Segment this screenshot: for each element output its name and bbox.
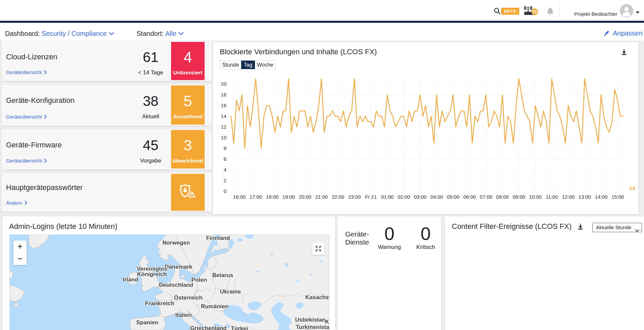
svg-text:06:00: 06:00	[463, 194, 476, 200]
svg-text:02:00: 02:00	[397, 194, 410, 200]
svg-text:13:00: 13:00	[579, 194, 591, 200]
svg-text:17:00: 17:00	[250, 194, 262, 200]
svg-text:8: 8	[224, 145, 226, 151]
svg-text:07:00: 07:00	[480, 194, 492, 200]
svg-text:16: 16	[221, 103, 226, 108]
svg-text:14: 14	[629, 185, 635, 191]
svg-text:23:00: 23:00	[348, 194, 361, 200]
svg-text:08:00: 08:00	[496, 194, 509, 200]
svg-text:10:00: 10:00	[529, 194, 542, 200]
svg-text:16:00: 16:00	[233, 194, 246, 200]
svg-text:22:00: 22:00	[332, 194, 344, 200]
svg-text:14:00: 14:00	[595, 194, 608, 200]
svg-text:2: 2	[224, 178, 226, 183]
svg-text:20: 20	[221, 81, 226, 87]
svg-text:12: 12	[221, 124, 226, 130]
svg-text:Fr 21: Fr 21	[365, 194, 377, 200]
svg-text:18:00: 18:00	[266, 194, 279, 200]
svg-text:19:00: 19:00	[282, 194, 295, 200]
svg-text:0: 0	[224, 188, 226, 194]
svg-text:11:00: 11:00	[546, 194, 558, 200]
svg-text:18: 18	[221, 92, 226, 97]
svg-text:4: 4	[224, 167, 226, 173]
svg-text:09:00: 09:00	[513, 194, 525, 200]
svg-text:12:00: 12:00	[562, 194, 575, 200]
svg-text:01:00: 01:00	[381, 194, 394, 200]
svg-text:04:00: 04:00	[430, 194, 443, 200]
svg-text:14: 14	[221, 113, 226, 119]
svg-text:6: 6	[224, 156, 226, 162]
svg-text:15:00: 15:00	[611, 194, 624, 200]
svg-text:03:00: 03:00	[414, 194, 427, 200]
svg-text:10: 10	[221, 135, 226, 140]
svg-text:21:00: 21:00	[315, 194, 328, 200]
svg-text:20:00: 20:00	[299, 194, 312, 200]
svg-text:05:00: 05:00	[447, 194, 460, 200]
